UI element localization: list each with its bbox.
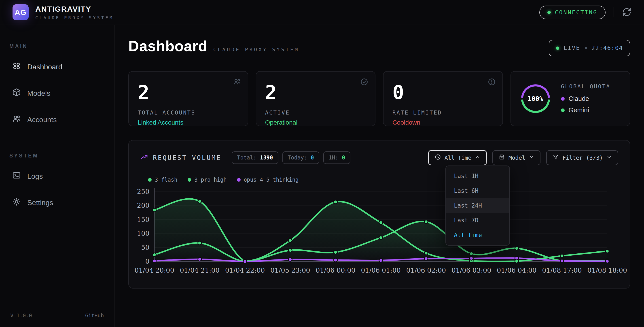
check-circle-icon xyxy=(360,78,368,87)
chip-label: 1H: xyxy=(329,154,338,161)
legend-label: 3-pro-high xyxy=(194,177,227,183)
svg-text:01/06 02:00: 01/06 02:00 xyxy=(406,266,446,274)
users-icon xyxy=(233,78,241,87)
archive-box-icon xyxy=(499,154,505,162)
chevron-down-icon xyxy=(529,154,534,161)
app-version: V 1.0.0 xyxy=(10,313,32,318)
time-range-dropdown-button[interactable]: All Time xyxy=(428,150,486,165)
header-divider xyxy=(614,8,614,17)
live-label: LIVE xyxy=(564,45,580,51)
dropdown-item-last-24h[interactable]: Last 24H xyxy=(446,198,510,213)
sidebar-item-label: Settings xyxy=(27,198,53,207)
svg-text:200: 200 xyxy=(137,202,150,209)
app-logo: AG xyxy=(12,4,28,20)
live-clock: 22:46:04 xyxy=(592,45,623,52)
app-name: ANTIGRAVITY xyxy=(35,5,114,14)
filter-value: Filter (3/3) xyxy=(562,154,603,161)
sidebar-section-main: MAIN xyxy=(10,44,107,50)
series-dot-icon xyxy=(188,178,191,182)
dropdown-item-last-1h[interactable]: Last 1H xyxy=(446,169,510,184)
stat-value: 0 xyxy=(392,83,494,102)
sidebar-item-dashboard[interactable]: Dashboard xyxy=(7,56,107,78)
panel-title: REQUEST VOLUME xyxy=(153,154,222,162)
connection-status-text: CONNECTING xyxy=(555,9,598,16)
chip-value: 0 xyxy=(342,154,345,161)
quota-label: GLOBAL QUOTA xyxy=(561,84,610,90)
legend-label: opus-4-5-thinking xyxy=(244,177,299,183)
stat-subtext: Linked Accounts xyxy=(138,119,239,126)
github-link[interactable]: GitHub xyxy=(85,313,104,318)
stat-subtext: Cooldown xyxy=(392,119,494,126)
separator-dot-icon xyxy=(585,47,587,49)
gemini-dot-icon xyxy=(561,108,564,112)
dropdown-item-last-6h[interactable]: Last 6H xyxy=(446,184,510,198)
svg-text:01/08 17:00: 01/08 17:00 xyxy=(542,266,582,274)
clock-icon xyxy=(435,154,441,162)
time-range-dropdown-menu: Last 1H Last 6H Last 24H Last 7D All Tim… xyxy=(446,166,510,246)
alert-circle-icon xyxy=(488,78,496,87)
chevron-down-icon xyxy=(606,154,612,161)
series-dot-icon xyxy=(148,178,152,182)
sidebar-item-label: Models xyxy=(27,89,50,98)
dropdown-item-last-7d[interactable]: Last 7D xyxy=(446,213,510,228)
svg-text:01/06 04:00: 01/06 04:00 xyxy=(497,266,537,274)
chip-label: Total: xyxy=(237,154,256,161)
svg-text:01/05 23:00: 01/05 23:00 xyxy=(270,266,310,274)
svg-text:01/08 18:00: 01/08 18:00 xyxy=(588,266,627,274)
request-volume-chart: 05010015020025001/04 20:0001/04 21:0001/… xyxy=(140,184,618,282)
sidebar-item-logs[interactable]: Logs xyxy=(7,165,107,188)
svg-text:01/04 22:00: 01/04 22:00 xyxy=(225,266,265,274)
app-header: AG ANTIGRAVITY CLAUDE PROXY SYSTEM CONNE… xyxy=(0,0,644,25)
terminal-icon xyxy=(12,171,21,182)
gear-icon xyxy=(12,197,21,208)
model-dropdown-button[interactable]: Model xyxy=(492,150,540,165)
svg-text:150: 150 xyxy=(137,216,150,224)
svg-text:100: 100 xyxy=(137,230,150,237)
sidebar-item-accounts[interactable]: Accounts xyxy=(7,108,107,131)
stat-value: 2 xyxy=(265,83,366,102)
live-dot-icon xyxy=(556,46,559,50)
svg-text:50: 50 xyxy=(141,244,149,252)
sidebar-section-system: SYSTEM xyxy=(10,153,107,159)
stat-value: 2 xyxy=(138,83,239,102)
hour-chip: 1H: 0 xyxy=(323,152,350,164)
app-subtitle: CLAUDE PROXY SYSTEM xyxy=(35,15,114,20)
sidebar-item-models[interactable]: Models xyxy=(7,82,107,104)
sidebar-item-label: Logs xyxy=(27,172,43,180)
legend-item-opus-4-5-thinking: opus-4-5-thinking xyxy=(237,177,299,183)
refresh-button[interactable] xyxy=(622,8,632,18)
dropdown-item-all-time[interactable]: All Time xyxy=(446,228,510,242)
quota-legend-label: Gemini xyxy=(569,106,589,114)
users-icon xyxy=(12,114,21,125)
sidebar-item-settings[interactable]: Settings xyxy=(7,192,107,214)
svg-text:0: 0 xyxy=(145,258,150,265)
funnel-icon xyxy=(552,154,559,162)
cube-icon xyxy=(12,88,21,99)
series-dot-icon xyxy=(237,178,240,182)
page-title: Dashboard xyxy=(128,38,208,54)
stat-card-rate-limited: 0 RATE LIMITED Cooldown xyxy=(383,71,503,126)
total-chip: Total: 1390 xyxy=(232,152,278,164)
claude-dot-icon xyxy=(561,97,564,101)
trending-up-icon xyxy=(140,153,148,162)
stat-label: TOTAL ACCOUNTS xyxy=(138,110,239,116)
stat-card-active: 2 ACTIVE Operational xyxy=(256,71,376,126)
legend-label: 3-flash xyxy=(155,177,177,183)
status-dot-icon xyxy=(548,11,551,14)
chip-value: 1390 xyxy=(260,154,273,161)
chart-legend: 3-flash 3-pro-high opus-4-5-thinking xyxy=(148,177,618,183)
svg-text:250: 250 xyxy=(137,188,150,196)
svg-text:01/06 01:00: 01/06 01:00 xyxy=(361,266,401,274)
time-range-value: All Time xyxy=(444,154,471,161)
main-content: Dashboard CLAUDE PROXY SYSTEM LIVE 22:46… xyxy=(114,25,644,327)
filter-dropdown-button[interactable]: Filter (3/3) xyxy=(546,150,618,165)
refresh-icon xyxy=(622,8,632,18)
model-value: Model xyxy=(508,154,525,161)
chip-value: 0 xyxy=(310,154,314,161)
today-chip: Today: 0 xyxy=(282,152,319,164)
chevron-up-icon xyxy=(475,154,480,161)
request-volume-panel: REQUEST VOLUME Total: 1390 Today: 0 1H: … xyxy=(128,140,630,288)
chip-label: Today: xyxy=(288,154,307,161)
global-quota-card: 100% GLOBAL QUOTA Claude Gemini xyxy=(510,71,630,126)
quota-legend-label: Claude xyxy=(569,95,589,102)
